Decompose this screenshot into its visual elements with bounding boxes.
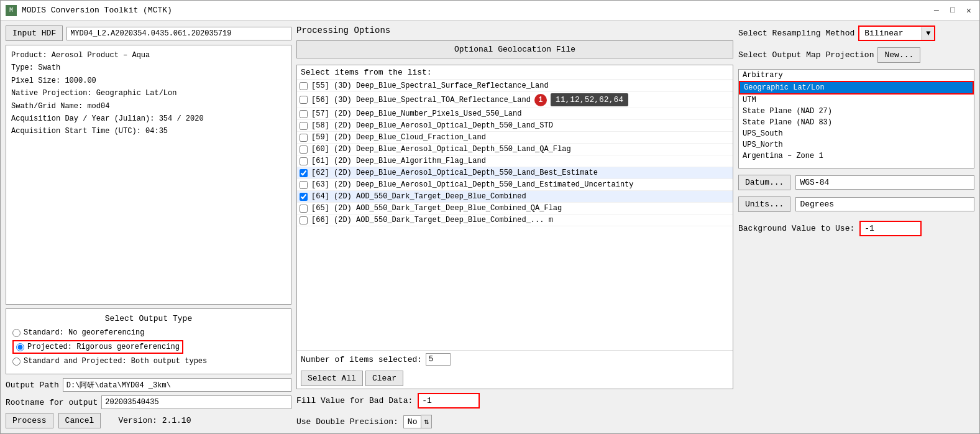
units-field[interactable] bbox=[795, 197, 974, 211]
proj-item-ups-north[interactable]: UPS_North bbox=[739, 139, 974, 150]
proj-item-arbitrary[interactable]: Arbitrary bbox=[739, 70, 974, 81]
cancel-button[interactable]: Cancel bbox=[58, 413, 101, 428]
item-59-checkbox[interactable] bbox=[300, 134, 308, 142]
proj-item-argentina[interactable]: Argentina – Zone 1 bbox=[739, 150, 974, 162]
minimize-button[interactable]: — bbox=[931, 5, 942, 16]
bottom-buttons: Process Cancel Version: 2.1.10 bbox=[6, 413, 291, 428]
proj-item-utm[interactable]: UTM bbox=[739, 95, 974, 106]
input-hdf-row: Input HDF bbox=[6, 25, 291, 41]
main-content: Input HDF Product: Aerosol Product – Aqu… bbox=[1, 21, 979, 433]
item-62-label: [62] (2D) Deep_Blue_Aerosol_Optical_Dept… bbox=[311, 169, 598, 177]
proj-item-state83[interactable]: State Plane (NAD 83) bbox=[739, 117, 974, 128]
item-62-checkbox[interactable] bbox=[300, 169, 308, 177]
process-button[interactable]: Process bbox=[6, 413, 53, 428]
bg-value-row: Background Value to Use: bbox=[738, 221, 974, 236]
item-55-label: [55] (3D) Deep_Blue_Spectral_Surface_Ref… bbox=[311, 81, 549, 90]
item-61-checkbox[interactable] bbox=[300, 157, 308, 165]
radio-projected-highlight: Projected: Rigorous georeferencing bbox=[12, 340, 183, 354]
radio-standard-label: Standard: No georeferencing bbox=[24, 328, 144, 337]
radio-projected-input[interactable] bbox=[16, 343, 24, 351]
units-button[interactable]: Units... bbox=[738, 196, 790, 212]
item-55-checkbox[interactable] bbox=[300, 82, 308, 90]
resample-value: Bilinear bbox=[859, 27, 922, 40]
list-scroll[interactable]: [55] (3D) Deep_Blue_Spectral_Surface_Ref… bbox=[297, 80, 733, 350]
proj-new-button[interactable]: New... bbox=[877, 47, 920, 63]
double-prec-arrow[interactable]: ⇅ bbox=[421, 415, 432, 428]
items-list-section: Select items from the list: [55] (3D) De… bbox=[296, 65, 733, 389]
list-item: [56] (3D) Deep_Blue_Spectral_TOA_Reflect… bbox=[297, 92, 733, 108]
output-path-field[interactable] bbox=[63, 378, 291, 392]
app-icon: M bbox=[6, 5, 17, 16]
count-label: Number of items selected: bbox=[301, 355, 422, 364]
main-window: M MODIS Conversion Toolkit (MCTK) — □ ✕ … bbox=[0, 0, 980, 434]
item-66-checkbox[interactable] bbox=[300, 216, 308, 224]
select-all-button[interactable]: Select All bbox=[301, 371, 363, 386]
proj-item-ups-south[interactable]: UPS_South bbox=[739, 128, 974, 139]
resample-select[interactable]: Bilinear ▼ bbox=[858, 25, 935, 41]
list-item: [57] (2D) Deep_Blue_Number_Pixels_Used_5… bbox=[297, 108, 733, 120]
radio-both-label: Standard and Projected: Both output type… bbox=[24, 357, 207, 366]
fill-value-input[interactable] bbox=[418, 393, 480, 409]
meta-acq-time: Acquisition Start Time (UTC): 04:35 bbox=[11, 125, 286, 137]
radio-standard: Standard: No georeferencing bbox=[12, 328, 285, 337]
double-prec-row: Use Double Precision: No ⇅ bbox=[296, 415, 733, 428]
list-item: [55] (3D) Deep_Blue_Spectral_Surface_Ref… bbox=[297, 80, 733, 92]
bg-label: Background Value to Use: bbox=[738, 224, 854, 233]
item-63-label: [63] (2D) Deep_Blue_Aerosol_Optical_Dept… bbox=[311, 180, 633, 189]
meta-native-proj: Native Projection: Geographic Lat/Lon bbox=[11, 87, 286, 99]
meta-product: Product: Aerosol Product – Aqua bbox=[11, 49, 286, 62]
right-panel: Select Resampling Method Bilinear ▼ Sele… bbox=[738, 25, 974, 428]
clear-button[interactable]: Clear bbox=[365, 371, 403, 386]
proj-item-geo[interactable]: Geographic Lat/Lon bbox=[739, 81, 974, 95]
meta-acq-day: Acquisition Day / Year (Julian): 354 / 2… bbox=[11, 113, 286, 125]
resample-row: Select Resampling Method Bilinear ▼ bbox=[738, 25, 974, 41]
item-63-checkbox[interactable] bbox=[300, 181, 308, 189]
badge-1[interactable]: 1 bbox=[534, 94, 547, 106]
item-65-label: [65] (2D) AOD_550_Dark_Target_Deep_Blue_… bbox=[311, 204, 562, 213]
geoloc-button[interactable]: Optional Geolocation File bbox=[296, 40, 733, 58]
radio-both: Standard and Projected: Both output type… bbox=[12, 357, 285, 366]
item-64-checkbox[interactable] bbox=[300, 193, 308, 201]
count-input[interactable] bbox=[426, 353, 451, 366]
count-row: Number of items selected: bbox=[297, 350, 733, 368]
item-60-checkbox[interactable] bbox=[300, 145, 308, 154]
output-path-label: Output Path bbox=[6, 381, 59, 390]
input-hdf-field[interactable] bbox=[66, 27, 291, 40]
item-65-checkbox[interactable] bbox=[300, 205, 308, 213]
metadata-box: Product: Aerosol Product – Aqua Type: Sw… bbox=[6, 45, 291, 305]
resample-dropdown-arrow[interactable]: ▼ bbox=[922, 27, 934, 40]
list-item: [66] (2D) AOD_550_Dark_Target_Deep_Blue_… bbox=[297, 215, 733, 226]
double-prec-value: No bbox=[403, 415, 422, 428]
radio-standard-input[interactable] bbox=[12, 329, 21, 337]
geoloc-btn-row: Optional Geolocation File bbox=[296, 40, 733, 58]
datum-field[interactable] bbox=[795, 175, 974, 190]
input-hdf-button[interactable]: Input HDF bbox=[6, 25, 63, 41]
output-type-title: Select Output Type bbox=[12, 314, 285, 323]
item-66-label: [66] (2D) AOD_550_Dark_Target_Deep_Blue_… bbox=[311, 216, 553, 224]
list-item: [62] (2D) Deep_Blue_Aerosol_Optical_Dept… bbox=[297, 167, 733, 179]
bg-value-input[interactable] bbox=[859, 221, 922, 236]
list-item: [59] (2D) Deep_Blue_Cloud_Fraction_Land bbox=[297, 132, 733, 144]
list-item: [60] (2D) Deep_Blue_Aerosol_Optical_Dept… bbox=[297, 144, 733, 155]
proj-item-state27[interactable]: State Plane (NAD 27) bbox=[739, 106, 974, 117]
proj-list-box[interactable]: Arbitrary Geographic Lat/Lon UTM State P… bbox=[738, 69, 974, 169]
meta-type: Type: Swath bbox=[11, 62, 286, 74]
item-58-checkbox[interactable] bbox=[300, 122, 308, 130]
proc-options-title: Processing Options bbox=[296, 25, 733, 35]
proj-label: Select Output Map Projection bbox=[738, 50, 874, 60]
rootname-field[interactable] bbox=[101, 395, 291, 409]
double-prec-label: Use Double Precision: bbox=[296, 417, 398, 427]
item-57-checkbox[interactable] bbox=[300, 110, 308, 118]
item-64-label: [64] (2D) AOD_550_Dark_Target_Deep_Blue_… bbox=[311, 192, 526, 201]
rootname-label: Rootname for output bbox=[6, 398, 98, 407]
list-item: [63] (2D) Deep_Blue_Aerosol_Optical_Dept… bbox=[297, 179, 733, 191]
datum-row: Datum... bbox=[738, 175, 974, 190]
select-clear-row: Select All Clear bbox=[297, 368, 733, 389]
output-type-box: Select Output Type Standard: No georefer… bbox=[6, 308, 291, 374]
item-56-checkbox[interactable] bbox=[300, 96, 308, 104]
maximize-button[interactable]: □ bbox=[947, 5, 958, 16]
datum-button[interactable]: Datum... bbox=[738, 175, 790, 190]
radio-both-input[interactable] bbox=[12, 358, 21, 366]
middle-panel: Processing Options Optional Geolocation … bbox=[296, 25, 733, 428]
close-button[interactable]: ✕ bbox=[963, 5, 974, 16]
